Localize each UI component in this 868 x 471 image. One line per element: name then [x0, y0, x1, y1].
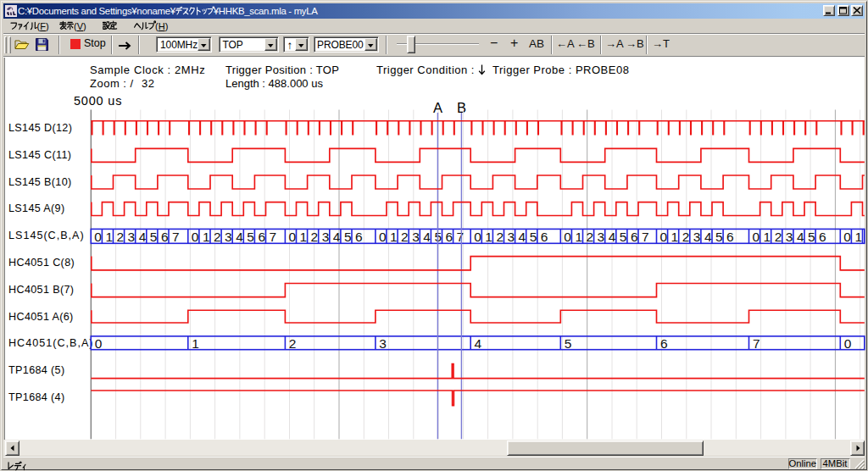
svg-text:0: 0 [95, 336, 103, 351]
svg-text:0: 0 [288, 230, 296, 244]
svg-text:6: 6 [541, 230, 548, 244]
svg-text:7: 7 [753, 336, 760, 351]
svg-text:5: 5 [344, 230, 352, 244]
svg-text:4: 4 [139, 230, 147, 244]
svg-text:3: 3 [786, 230, 793, 244]
svg-text:0: 0 [192, 230, 199, 244]
svg-text:1: 1 [671, 230, 679, 244]
svg-text:1: 1 [390, 230, 398, 244]
svg-text:1: 1 [575, 230, 582, 244]
svg-text:1: 1 [854, 230, 862, 244]
svg-text:1: 1 [485, 230, 492, 244]
svg-text:5: 5 [530, 230, 537, 244]
svg-text:0: 0 [564, 230, 571, 244]
svg-text:5: 5 [620, 230, 627, 244]
svg-text:0: 0 [379, 230, 387, 244]
svg-text:5: 5 [808, 230, 815, 244]
svg-text:2: 2 [496, 230, 504, 244]
svg-text:3: 3 [128, 230, 136, 244]
svg-text:7: 7 [269, 230, 276, 244]
svg-text:4: 4 [236, 230, 243, 244]
svg-text:2: 2 [289, 336, 297, 351]
svg-text:6: 6 [631, 230, 638, 244]
svg-text:6: 6 [355, 230, 363, 244]
svg-text:1: 1 [203, 230, 210, 244]
svg-text:3: 3 [379, 336, 387, 351]
svg-text:4: 4 [475, 336, 482, 351]
svg-text:1: 1 [299, 230, 307, 244]
svg-text:3: 3 [507, 230, 515, 244]
svg-text:4: 4 [609, 230, 616, 244]
svg-text:0: 0 [474, 230, 481, 244]
svg-text:4: 4 [423, 230, 431, 244]
svg-text:2: 2 [401, 230, 409, 244]
svg-text:1: 1 [764, 230, 771, 244]
svg-text:2: 2 [116, 230, 124, 244]
svg-text:0: 0 [752, 230, 760, 244]
svg-text:0: 0 [94, 230, 102, 244]
svg-text:5: 5 [715, 230, 723, 244]
svg-text:7: 7 [172, 230, 180, 244]
svg-text:3: 3 [225, 230, 232, 244]
svg-text:4: 4 [333, 230, 341, 244]
svg-text:6: 6 [445, 230, 453, 244]
svg-text:2: 2 [586, 230, 593, 244]
svg-text:0: 0 [659, 230, 667, 244]
svg-text:6: 6 [726, 230, 734, 244]
svg-text:4: 4 [519, 230, 526, 244]
svg-text:3: 3 [412, 230, 420, 244]
svg-text:5: 5 [247, 230, 254, 244]
svg-text:6: 6 [819, 230, 826, 244]
svg-text:2: 2 [682, 230, 690, 244]
svg-text:4: 4 [797, 230, 804, 244]
svg-text:1: 1 [105, 230, 113, 244]
svg-text:0: 0 [843, 230, 851, 244]
svg-text:1: 1 [192, 336, 199, 351]
svg-text:6: 6 [660, 336, 668, 351]
svg-text:3: 3 [598, 230, 605, 244]
svg-text:3: 3 [322, 230, 330, 244]
svg-text:2: 2 [775, 230, 782, 244]
svg-text:7: 7 [642, 230, 649, 244]
svg-text:2: 2 [311, 230, 319, 244]
svg-text:6: 6 [258, 230, 265, 244]
svg-text:5: 5 [565, 336, 572, 351]
svg-text:0: 0 [844, 336, 852, 351]
svg-text:5: 5 [150, 230, 158, 244]
svg-text:6: 6 [161, 230, 169, 244]
svg-text:4: 4 [704, 230, 712, 244]
svg-text:7: 7 [457, 230, 465, 244]
svg-text:2: 2 [214, 230, 221, 244]
svg-text:3: 3 [693, 230, 701, 244]
